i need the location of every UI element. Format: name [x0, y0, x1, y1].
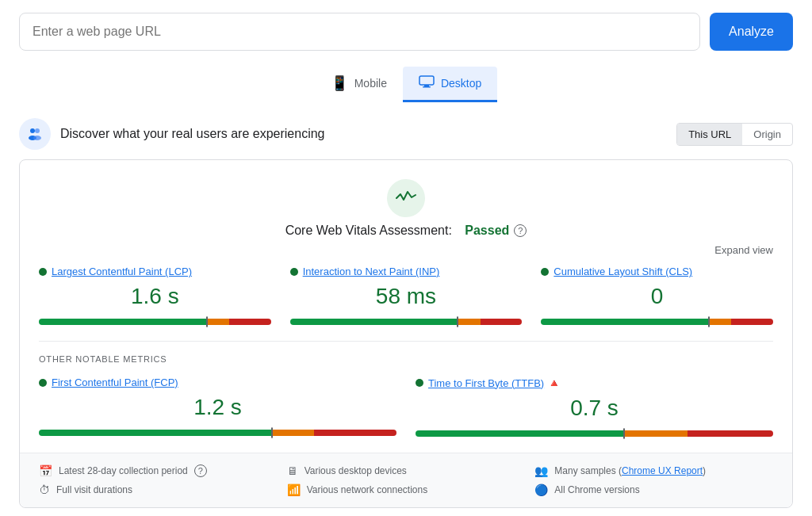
- expand-view-link[interactable]: Expand view: [714, 244, 773, 256]
- svg-point-4: [35, 128, 40, 133]
- svg-point-6: [33, 136, 41, 140]
- metric-label-row: Time to First Byte (TTFB)🔺: [416, 376, 773, 389]
- bar-orange: [623, 430, 688, 437]
- cwv-header: Core Web Vitals Assessment: Passed ?: [39, 179, 773, 238]
- metric-item: Largest Contentful Paint (LCP)1.6 s: [39, 266, 271, 325]
- bar-orange: [271, 430, 314, 436]
- progress-bar: [39, 430, 396, 436]
- footer-chrome-text: All Chrome versions: [554, 484, 639, 495]
- cwv-info-icon[interactable]: ?: [514, 224, 527, 237]
- cwv-icon: [387, 179, 425, 217]
- cwv-status: Passed: [465, 224, 509, 238]
- discover-text: Discover what your real users are experi…: [60, 127, 324, 141]
- bar-red: [688, 430, 773, 437]
- origin-button[interactable]: Origin: [742, 124, 792, 145]
- bar-orange: [708, 319, 731, 325]
- desktop-device-button[interactable]: Desktop: [403, 67, 497, 102]
- desktop-label: Desktop: [441, 77, 481, 90]
- green-dot: [541, 268, 549, 276]
- metric-value: 0.7 s: [416, 392, 773, 424]
- desktop-icon: [419, 75, 435, 92]
- metric-label-link[interactable]: First Contentful Paint (FCP): [52, 376, 178, 388]
- bar-marker: [206, 316, 208, 327]
- metric-label-row: Largest Contentful Paint (LCP): [39, 266, 271, 277]
- progress-bar: [416, 430, 773, 437]
- other-metrics-label: OTHER NOTABLE METRICS: [39, 354, 773, 364]
- discover-avatar: [19, 118, 51, 150]
- footer-samples-text: Many samples (Chrome UX Report): [554, 465, 706, 476]
- device-toggle-group: 📱 Mobile Desktop: [19, 67, 793, 102]
- monitor-icon: 🖥: [287, 464, 298, 477]
- green-dot: [416, 379, 423, 387]
- bar-marker: [271, 427, 273, 438]
- metric-value: 1.6 s: [39, 281, 271, 312]
- progress-bar: [39, 319, 271, 325]
- svg-point-3: [30, 128, 35, 133]
- calendar-icon: 📅: [39, 464, 52, 477]
- green-dot: [39, 379, 47, 387]
- metric-value: 1.2 s: [39, 392, 396, 423]
- footer-strip: 📅 Latest 28-day collection period ? ⏱ Fu…: [20, 453, 792, 507]
- progress-bar: [541, 319, 773, 325]
- footer-item-samples: 👥 Many samples (Chrome UX Report): [534, 464, 773, 477]
- footer-item-collection: 📅 Latest 28-day collection period ?: [39, 464, 278, 477]
- footer-collection-text: Latest 28-day collection period: [59, 465, 188, 476]
- footer-col-1: 📅 Latest 28-day collection period ? ⏱ Fu…: [39, 464, 278, 496]
- metric-label-link[interactable]: Largest Contentful Paint (LCP): [52, 266, 192, 277]
- chrome-ux-report-link[interactable]: Chrome UX Report: [622, 465, 703, 476]
- svg-rect-0: [419, 76, 434, 85]
- metric-item: Interaction to Next Paint (INP)58 ms: [290, 266, 523, 325]
- metric-item: First Contentful Paint (FCP)1.2 s: [39, 376, 396, 437]
- this-url-button[interactable]: This URL: [677, 124, 742, 145]
- metric-label-link[interactable]: Cumulative Layout Shift (CLS): [553, 266, 692, 277]
- metric-label-row: Cumulative Layout Shift (CLS): [541, 266, 773, 277]
- metric-label-link[interactable]: Time to First Byte (TTFB): [428, 377, 544, 389]
- footer-info-icon[interactable]: ?: [194, 464, 207, 477]
- discover-banner: Discover what your real users are experi…: [19, 118, 793, 150]
- bar-red: [731, 319, 773, 325]
- core-metrics-grid: Largest Contentful Paint (LCP)1.6 sInter…: [39, 266, 773, 325]
- users-icon: 👥: [534, 464, 548, 477]
- footer-item-visits: ⏱ Full visit durations: [39, 484, 278, 496]
- bar-marker: [708, 316, 710, 327]
- wifi-icon: 📶: [287, 484, 301, 496]
- bar-orange: [206, 319, 229, 325]
- footer-item-chrome: 🔵 All Chrome versions: [534, 484, 773, 496]
- analyze-button[interactable]: Analyze: [710, 13, 793, 51]
- bar-marker: [623, 428, 625, 439]
- mobile-icon: 📱: [331, 75, 348, 92]
- other-metrics-grid: First Contentful Paint (FCP)1.2 sTime to…: [39, 376, 773, 437]
- metric-value: 58 ms: [290, 281, 523, 312]
- footer-col-2: 🖥 Various desktop devices 📶 Various netw…: [287, 464, 526, 496]
- url-input[interactable]: https://www.expensify.com/: [19, 13, 700, 51]
- bar-green: [39, 319, 206, 325]
- metric-value: 0: [541, 281, 773, 312]
- url-origin-toggle: This URL Origin: [676, 123, 793, 146]
- cwv-title: Core Web Vitals Assessment: Passed ?: [285, 224, 527, 238]
- footer-item-network: 📶 Various network connections: [287, 484, 526, 496]
- footer-network-text: Various network connections: [307, 484, 428, 495]
- bar-orange: [457, 319, 480, 325]
- metric-label-link[interactable]: Interaction to Next Paint (INP): [303, 266, 440, 277]
- timer-icon: ⏱: [39, 484, 50, 496]
- mobile-device-button[interactable]: 📱 Mobile: [315, 67, 403, 102]
- bar-red: [314, 430, 396, 436]
- main-card: Core Web Vitals Assessment: Passed ? Exp…: [19, 159, 793, 508]
- mobile-label: Mobile: [354, 77, 387, 90]
- footer-col-3: 👥 Many samples (Chrome UX Report) 🔵 All …: [534, 464, 773, 496]
- bar-red: [229, 319, 271, 325]
- green-dot: [39, 268, 47, 276]
- metric-item: Time to First Byte (TTFB)🔺0.7 s: [416, 376, 773, 437]
- bar-green: [39, 430, 271, 436]
- bar-red: [481, 319, 523, 325]
- metric-item: Cumulative Layout Shift (CLS)0: [541, 266, 773, 325]
- footer-visits-text: Full visit durations: [56, 484, 132, 495]
- bar-green: [416, 430, 623, 437]
- metric-label-row: Interaction to Next Paint (INP): [290, 266, 523, 277]
- progress-bar: [290, 319, 523, 325]
- svg-rect-2: [423, 86, 431, 88]
- green-dot: [290, 268, 298, 276]
- footer-devices-text: Various desktop devices: [304, 465, 407, 476]
- flag-icon: 🔺: [547, 376, 561, 389]
- footer-item-devices: 🖥 Various desktop devices: [287, 464, 526, 477]
